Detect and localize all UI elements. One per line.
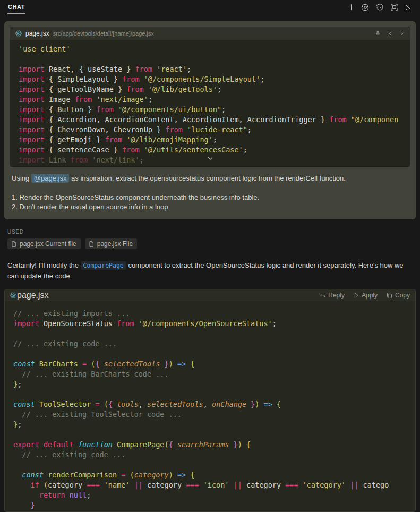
play-icon xyxy=(353,292,359,298)
file-name: page.jsx xyxy=(25,30,49,37)
assistant-code-content: // ... existing imports ...import OpenSo… xyxy=(5,301,415,511)
file-path: src/app/devtools/detail/[name]/page.jsx xyxy=(53,30,154,37)
used-section: USED page.jsx Current file page.jsx File xyxy=(7,229,413,249)
topbar-actions xyxy=(347,3,413,12)
code-block-header[interactable]: page.jsx src/app/devtools/detail/[name]/… xyxy=(10,27,410,40)
reply-arrow-icon xyxy=(319,292,326,299)
close-icon[interactable] xyxy=(386,30,393,37)
apply-button[interactable]: Apply xyxy=(353,292,378,299)
settings-gear-icon[interactable] xyxy=(361,3,370,12)
assistant-message-text: Certainly! I'll modify the ComparePage c… xyxy=(7,260,413,281)
file-name: page.jsx xyxy=(17,291,49,300)
used-chip-file[interactable]: page.jsx File xyxy=(85,238,137,249)
tab-chat[interactable]: CHAT xyxy=(7,1,25,14)
open-in-editor-icon[interactable] xyxy=(390,3,398,12)
file-icon xyxy=(11,241,17,248)
used-chip-current-file[interactable]: page.jsx Current file xyxy=(7,238,81,249)
pinned-code-block: page.jsx src/app/devtools/detail/[name]/… xyxy=(10,27,410,167)
pin-icon[interactable] xyxy=(374,30,381,37)
user-message: page.jsx src/app/devtools/detail/[name]/… xyxy=(4,21,416,219)
code-block-content: 'use client' import React, { useState } … xyxy=(10,40,410,166)
user-text-after: as inspiration, extract the opensourcest… xyxy=(69,174,345,182)
compare-page-code-chip[interactable]: ComparePage xyxy=(81,261,126,270)
chevron-down-icon[interactable] xyxy=(398,30,406,37)
file-mention-chip[interactable]: @page.jsx xyxy=(31,174,70,183)
new-chat-icon[interactable] xyxy=(347,3,355,12)
user-text-before: Using xyxy=(12,174,31,182)
used-label: USED xyxy=(7,229,413,235)
user-list-line-2: 2. Don't render the usual open source in… xyxy=(12,202,408,212)
assistant-text-before: Certainly! I'll modify the xyxy=(7,261,81,269)
assistant-code-header: page.jsx Reply Apply Copy xyxy=(5,289,415,301)
react-file-icon xyxy=(10,292,17,299)
file-icon xyxy=(88,241,95,248)
user-message-text: Using @page.jsx as inspiration, extract … xyxy=(10,167,410,212)
chat-panel-topbar: CHAT xyxy=(0,0,420,14)
history-icon[interactable] xyxy=(375,3,384,12)
copy-icon xyxy=(386,292,393,299)
user-list-line-1: 1. Render the OpenSourceStatus component… xyxy=(12,193,408,202)
react-file-icon xyxy=(15,30,22,37)
assistant-code-block: page.jsx Reply Apply Copy // ... existin… xyxy=(4,289,416,512)
expand-code-chevron-icon[interactable] xyxy=(207,155,214,164)
reply-button[interactable]: Reply xyxy=(319,292,345,299)
close-panel-icon[interactable] xyxy=(404,3,413,12)
copy-button[interactable]: Copy xyxy=(386,292,410,299)
